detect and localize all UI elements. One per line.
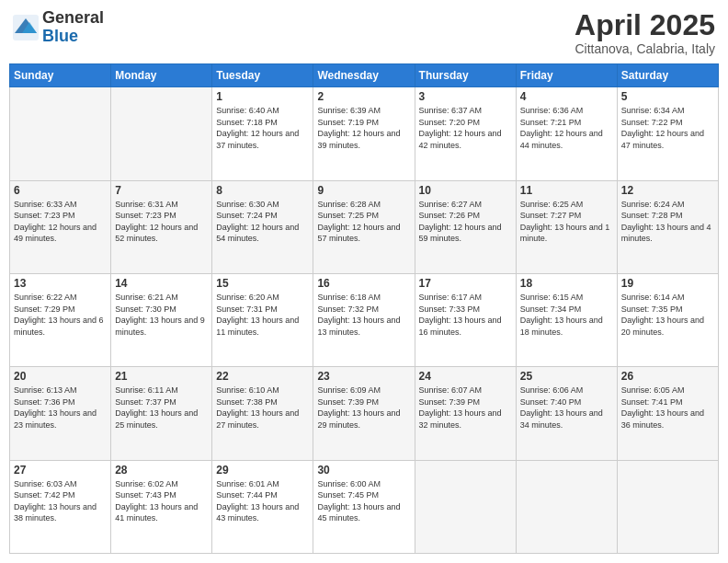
day-info: Sunrise: 6:10 AMSunset: 7:38 PMDaylight:… xyxy=(216,385,309,431)
calendar-cell: 30Sunrise: 6:00 AMSunset: 7:45 PMDayligh… xyxy=(313,460,415,553)
calendar-cell: 15Sunrise: 6:20 AMSunset: 7:31 PMDayligh… xyxy=(212,273,313,366)
calendar-cell: 6Sunrise: 6:33 AMSunset: 7:23 PMDaylight… xyxy=(10,180,111,273)
col-monday: Monday xyxy=(111,64,212,87)
week-row-3: 13Sunrise: 6:22 AMSunset: 7:29 PMDayligh… xyxy=(10,273,719,366)
day-info: Sunrise: 6:03 AMSunset: 7:42 PMDaylight:… xyxy=(14,478,107,524)
calendar-cell: 9Sunrise: 6:28 AMSunset: 7:25 PMDaylight… xyxy=(313,180,415,273)
calendar-cell: 3Sunrise: 6:37 AMSunset: 7:20 PMDaylight… xyxy=(415,87,516,180)
calendar-cell: 21Sunrise: 6:11 AMSunset: 7:37 PMDayligh… xyxy=(111,367,212,460)
day-number: 2 xyxy=(317,90,410,103)
title-section: April 2025 Cittanova, Calabria, Italy xyxy=(574,9,715,56)
day-info: Sunrise: 6:11 AMSunset: 7:37 PMDaylight:… xyxy=(115,385,208,431)
calendar-cell: 4Sunrise: 6:36 AMSunset: 7:21 PMDaylight… xyxy=(516,87,617,180)
calendar-cell: 27Sunrise: 6:03 AMSunset: 7:42 PMDayligh… xyxy=(10,460,111,553)
calendar-cell: 2Sunrise: 6:39 AMSunset: 7:19 PMDaylight… xyxy=(313,87,415,180)
calendar-cell xyxy=(617,460,718,553)
calendar-table: Sunday Monday Tuesday Wednesday Thursday… xyxy=(9,63,719,554)
day-info: Sunrise: 6:34 AMSunset: 7:22 PMDaylight:… xyxy=(621,105,714,151)
day-number: 14 xyxy=(115,277,208,290)
day-number: 19 xyxy=(621,277,714,290)
day-info: Sunrise: 6:05 AMSunset: 7:41 PMDaylight:… xyxy=(621,385,714,431)
calendar-cell: 12Sunrise: 6:24 AMSunset: 7:28 PMDayligh… xyxy=(617,180,718,273)
day-info: Sunrise: 6:40 AMSunset: 7:18 PMDaylight:… xyxy=(216,105,309,151)
day-info: Sunrise: 6:37 AMSunset: 7:20 PMDaylight:… xyxy=(419,105,512,151)
day-number: 24 xyxy=(419,370,512,383)
day-info: Sunrise: 6:28 AMSunset: 7:25 PMDaylight:… xyxy=(317,199,410,245)
header: General Blue April 2025 Cittanova, Calab… xyxy=(9,9,719,56)
week-row-1: 1Sunrise: 6:40 AMSunset: 7:18 PMDaylight… xyxy=(10,87,719,180)
day-info: Sunrise: 6:36 AMSunset: 7:21 PMDaylight:… xyxy=(520,105,613,151)
logo-text: General Blue xyxy=(42,9,104,46)
calendar-header-row: Sunday Monday Tuesday Wednesday Thursday… xyxy=(10,64,719,87)
calendar-cell xyxy=(10,87,111,180)
calendar-cell: 18Sunrise: 6:15 AMSunset: 7:34 PMDayligh… xyxy=(516,273,617,366)
page: General Blue April 2025 Cittanova, Calab… xyxy=(0,0,728,563)
day-number: 25 xyxy=(520,370,613,383)
day-info: Sunrise: 6:01 AMSunset: 7:44 PMDaylight:… xyxy=(216,478,309,524)
day-info: Sunrise: 6:18 AMSunset: 7:32 PMDaylight:… xyxy=(317,292,410,338)
calendar-cell: 23Sunrise: 6:09 AMSunset: 7:39 PMDayligh… xyxy=(313,367,415,460)
day-info: Sunrise: 6:20 AMSunset: 7:31 PMDaylight:… xyxy=(216,292,309,338)
day-number: 22 xyxy=(216,370,309,383)
day-number: 20 xyxy=(14,370,107,383)
logo-icon xyxy=(13,15,39,40)
day-number: 27 xyxy=(14,464,107,477)
day-number: 10 xyxy=(419,184,512,197)
calendar-cell: 13Sunrise: 6:22 AMSunset: 7:29 PMDayligh… xyxy=(10,273,111,366)
day-info: Sunrise: 6:21 AMSunset: 7:30 PMDaylight:… xyxy=(115,292,208,338)
day-info: Sunrise: 6:27 AMSunset: 7:26 PMDaylight:… xyxy=(419,199,512,245)
col-tuesday: Tuesday xyxy=(212,64,313,87)
calendar-cell xyxy=(516,460,617,553)
week-row-4: 20Sunrise: 6:13 AMSunset: 7:36 PMDayligh… xyxy=(10,367,719,460)
day-number: 17 xyxy=(419,277,512,290)
day-number: 30 xyxy=(317,464,410,477)
day-number: 23 xyxy=(317,370,410,383)
col-saturday: Saturday xyxy=(617,64,718,87)
logo: General Blue xyxy=(13,9,104,46)
calendar-cell: 1Sunrise: 6:40 AMSunset: 7:18 PMDaylight… xyxy=(212,87,313,180)
day-info: Sunrise: 6:17 AMSunset: 7:33 PMDaylight:… xyxy=(419,292,512,338)
calendar-cell: 5Sunrise: 6:34 AMSunset: 7:22 PMDaylight… xyxy=(617,87,718,180)
calendar-cell xyxy=(111,87,212,180)
day-info: Sunrise: 6:33 AMSunset: 7:23 PMDaylight:… xyxy=(14,199,107,245)
col-sunday: Sunday xyxy=(10,64,111,87)
calendar-cell: 17Sunrise: 6:17 AMSunset: 7:33 PMDayligh… xyxy=(415,273,516,366)
calendar-cell: 28Sunrise: 6:02 AMSunset: 7:43 PMDayligh… xyxy=(111,460,212,553)
calendar-cell: 20Sunrise: 6:13 AMSunset: 7:36 PMDayligh… xyxy=(10,367,111,460)
calendar-cell: 10Sunrise: 6:27 AMSunset: 7:26 PMDayligh… xyxy=(415,180,516,273)
week-row-5: 27Sunrise: 6:03 AMSunset: 7:42 PMDayligh… xyxy=(10,460,719,553)
day-info: Sunrise: 6:06 AMSunset: 7:40 PMDaylight:… xyxy=(520,385,613,431)
day-number: 29 xyxy=(216,464,309,477)
day-number: 4 xyxy=(520,90,613,103)
day-info: Sunrise: 6:30 AMSunset: 7:24 PMDaylight:… xyxy=(216,199,309,245)
calendar-cell: 29Sunrise: 6:01 AMSunset: 7:44 PMDayligh… xyxy=(212,460,313,553)
col-wednesday: Wednesday xyxy=(313,64,415,87)
calendar-cell: 25Sunrise: 6:06 AMSunset: 7:40 PMDayligh… xyxy=(516,367,617,460)
day-number: 5 xyxy=(621,90,714,103)
location-subtitle: Cittanova, Calabria, Italy xyxy=(574,41,715,56)
day-info: Sunrise: 6:13 AMSunset: 7:36 PMDaylight:… xyxy=(14,385,107,431)
calendar-cell: 8Sunrise: 6:30 AMSunset: 7:24 PMDaylight… xyxy=(212,180,313,273)
day-number: 3 xyxy=(419,90,512,103)
day-number: 15 xyxy=(216,277,309,290)
day-number: 28 xyxy=(115,464,208,477)
day-info: Sunrise: 6:15 AMSunset: 7:34 PMDaylight:… xyxy=(520,292,613,338)
month-title: April 2025 xyxy=(574,9,715,41)
day-info: Sunrise: 6:09 AMSunset: 7:39 PMDaylight:… xyxy=(317,385,410,431)
day-number: 12 xyxy=(621,184,714,197)
day-number: 6 xyxy=(14,184,107,197)
day-number: 13 xyxy=(14,277,107,290)
day-info: Sunrise: 6:00 AMSunset: 7:45 PMDaylight:… xyxy=(317,478,410,524)
week-row-2: 6Sunrise: 6:33 AMSunset: 7:23 PMDaylight… xyxy=(10,180,719,273)
day-number: 8 xyxy=(216,184,309,197)
calendar-cell: 14Sunrise: 6:21 AMSunset: 7:30 PMDayligh… xyxy=(111,273,212,366)
day-info: Sunrise: 6:39 AMSunset: 7:19 PMDaylight:… xyxy=(317,105,410,151)
calendar-cell: 16Sunrise: 6:18 AMSunset: 7:32 PMDayligh… xyxy=(313,273,415,366)
day-info: Sunrise: 6:24 AMSunset: 7:28 PMDaylight:… xyxy=(621,199,714,245)
calendar-cell: 26Sunrise: 6:05 AMSunset: 7:41 PMDayligh… xyxy=(617,367,718,460)
calendar-cell: 19Sunrise: 6:14 AMSunset: 7:35 PMDayligh… xyxy=(617,273,718,366)
logo-general: General xyxy=(42,8,104,27)
day-number: 21 xyxy=(115,370,208,383)
day-info: Sunrise: 6:31 AMSunset: 7:23 PMDaylight:… xyxy=(115,199,208,245)
day-info: Sunrise: 6:02 AMSunset: 7:43 PMDaylight:… xyxy=(115,478,208,524)
